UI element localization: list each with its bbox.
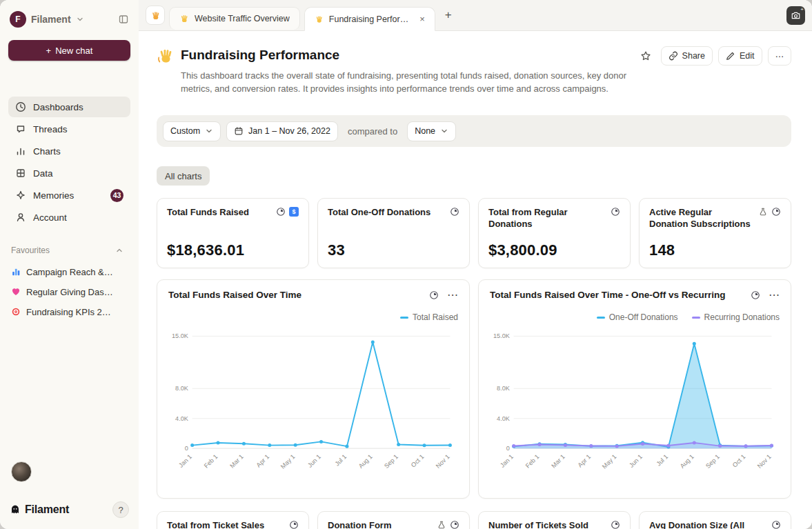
ellipsis-icon[interactable]: ⋯ xyxy=(769,288,780,301)
sidebar-item-dashboards[interactable]: Dashboards xyxy=(8,97,130,117)
favourite-item-fundraising-kpis[interactable]: Fundraising KPIs 2… xyxy=(8,302,130,321)
favourites-header[interactable]: Favourites xyxy=(8,246,130,255)
kpi-title: Total One-Off Donations xyxy=(328,207,430,219)
chart-type-icon[interactable] xyxy=(751,290,760,300)
dashboard-content: Fundraising Performance This dashboard t… xyxy=(139,31,812,529)
kpi-card-number-of-tickets-sold[interactable]: Number of Tickets Sold xyxy=(478,511,631,529)
svg-text:May 1: May 1 xyxy=(601,453,618,470)
chart-type-icon[interactable] xyxy=(771,520,781,529)
sidebar-item-charts[interactable]: Charts xyxy=(8,141,130,161)
kpi-card-total-one-off-donations[interactable]: Total One-Off Donations 33 xyxy=(317,198,470,268)
dashboards-icon xyxy=(15,101,26,112)
target-icon xyxy=(11,307,21,317)
date-range-type-select[interactable]: Custom xyxy=(163,121,221,141)
kpi-card-total-from-regular-donations[interactable]: Total from Regular Donations $3,800.09 xyxy=(478,198,631,268)
chart-type-icon[interactable] xyxy=(276,207,286,217)
edit-label: Edit xyxy=(740,51,755,61)
area-chart[interactable]: 04.0K8.0K15.0KJan 1Feb 1Mar 1Apr 1May 1J… xyxy=(490,325,780,486)
more-options-button[interactable]: ⋯ xyxy=(768,46,792,66)
main-area: Website Traffic Overview Fundraising Per… xyxy=(139,0,812,529)
svg-text:Nov 1: Nov 1 xyxy=(756,453,773,470)
svg-text:15.0K: 15.0K xyxy=(172,332,188,339)
app-logo: F xyxy=(10,11,26,28)
user-avatar[interactable] xyxy=(11,461,32,482)
sidebar-item-label: Dashboards xyxy=(33,102,83,112)
pinned-tab[interactable] xyxy=(146,6,165,25)
tab-label: Fundraising Performa… xyxy=(329,14,414,24)
sidebar-item-label: Account xyxy=(33,212,67,223)
edit-button[interactable]: Edit xyxy=(718,46,762,66)
svg-text:Apr 1: Apr 1 xyxy=(255,453,271,469)
favourite-item-regular-giving[interactable]: Regular Giving Das… xyxy=(8,282,130,301)
svg-text:0: 0 xyxy=(185,445,188,452)
svg-text:Oct 1: Oct 1 xyxy=(410,453,426,469)
kpi-card-active-regular-subscriptions[interactable]: Active Regular Donation Subscriptions 14… xyxy=(639,198,791,268)
tab-bar: Website Traffic Overview Fundraising Per… xyxy=(139,0,812,31)
chevron-down-icon[interactable] xyxy=(76,15,84,23)
svg-text:Jan 1: Jan 1 xyxy=(177,453,193,469)
ghost-logo-icon xyxy=(10,504,21,515)
page-description: This dashboard tracks the overall state … xyxy=(181,70,636,96)
sidebar-item-threads[interactable]: Threads xyxy=(8,119,130,139)
chart-legend: One-Off Donations Recurring Donations xyxy=(490,312,780,322)
date-range-value: Jan 1 – Nov 26, 2022 xyxy=(248,126,330,136)
kpi-card-avg-donation-size[interactable]: Avg Donation Size (All xyxy=(639,511,791,529)
favourites-label: Favourites xyxy=(11,246,50,255)
ellipsis-icon[interactable]: ⋯ xyxy=(447,288,458,301)
favourite-item-campaign-reach[interactable]: Campaign Reach &… xyxy=(8,262,130,281)
kpi-value: $3,800.09 xyxy=(488,241,620,259)
brand-name: Filament xyxy=(31,14,71,25)
chart-type-icon[interactable] xyxy=(450,520,459,529)
favourite-label: Regular Giving Das… xyxy=(26,287,113,297)
chart-type-icon[interactable] xyxy=(289,520,299,529)
kpi-card-total-from-ticket-sales[interactable]: Total from Ticket Sales xyxy=(157,511,309,529)
camera-icon xyxy=(791,10,801,21)
charts-row: Total Funds Raised Over Time ⋯ Total Rai… xyxy=(157,279,791,499)
chart-type-icon[interactable] xyxy=(450,207,459,217)
hand-wave-icon xyxy=(179,14,189,23)
chart-type-icon[interactable] xyxy=(771,207,781,217)
account-icon xyxy=(15,212,26,223)
sidebar-item-memories[interactable]: Memories 43 xyxy=(8,185,130,206)
favorite-star-button[interactable] xyxy=(636,46,655,66)
chart-legend: Total Raised xyxy=(168,312,458,322)
sidebar-item-account[interactable]: Account xyxy=(8,207,130,228)
line-chart[interactable]: 04.0K8.0K15.0KJan 1Feb 1Mar 1Apr 1May 1J… xyxy=(168,325,458,486)
plus-icon: + xyxy=(46,46,52,56)
chart-type-icon[interactable] xyxy=(429,290,439,300)
kpi-title: Donation Form Conversion xyxy=(328,520,431,529)
kpi-row: Total Funds Raised $ $18,636.01 Total On… xyxy=(157,198,791,268)
legend-label: One-Off Donations xyxy=(609,312,678,322)
compare-select[interactable]: None xyxy=(407,121,456,141)
sidebar-item-data[interactable]: Data xyxy=(8,163,130,183)
flask-icon xyxy=(437,520,446,529)
svg-text:Feb 1: Feb 1 xyxy=(524,453,541,470)
memories-count-badge: 43 xyxy=(110,189,123,202)
header-actions: Share Edit ⋯ xyxy=(636,45,791,66)
data-icon xyxy=(15,168,26,179)
svg-text:Jul 1: Jul 1 xyxy=(655,453,670,468)
tab-website-traffic-overview[interactable]: Website Traffic Overview xyxy=(169,7,300,30)
sidebar-item-label: Threads xyxy=(33,124,68,134)
heart-icon xyxy=(11,287,21,297)
new-tab-button[interactable]: + xyxy=(439,8,457,22)
chevron-up-icon[interactable] xyxy=(115,246,123,254)
help-button[interactable]: ? xyxy=(112,501,129,518)
share-button[interactable]: Share xyxy=(661,46,713,66)
screenshot-button[interactable]: + xyxy=(786,6,805,25)
app-window: F Filament + New chat Dashboards Threads… xyxy=(0,0,812,529)
chart-type-icon[interactable] xyxy=(611,207,620,217)
date-range-picker[interactable]: Jan 1 – Nov 26, 2022 xyxy=(226,121,338,141)
new-chat-button[interactable]: + New chat xyxy=(8,40,130,61)
chart-type-icon[interactable] xyxy=(611,520,620,529)
kpi-card-donation-form-conversion[interactable]: Donation Form Conversion xyxy=(317,511,470,529)
sidebar-toggle-icon[interactable] xyxy=(118,14,129,25)
close-tab-icon[interactable]: × xyxy=(419,14,425,23)
svg-text:4.0K: 4.0K xyxy=(497,415,510,422)
tab-fundraising-performance[interactable]: Fundraising Performa… × xyxy=(304,7,435,31)
kpi-card-total-funds-raised[interactable]: Total Funds Raised $ $18,636.01 xyxy=(157,198,309,268)
svg-text:Jul 1: Jul 1 xyxy=(334,453,348,468)
all-charts-chip[interactable]: All charts xyxy=(157,166,210,186)
sidebar-footer: Filament ? xyxy=(8,461,130,518)
footer-brand-row: Filament ? xyxy=(8,501,130,518)
